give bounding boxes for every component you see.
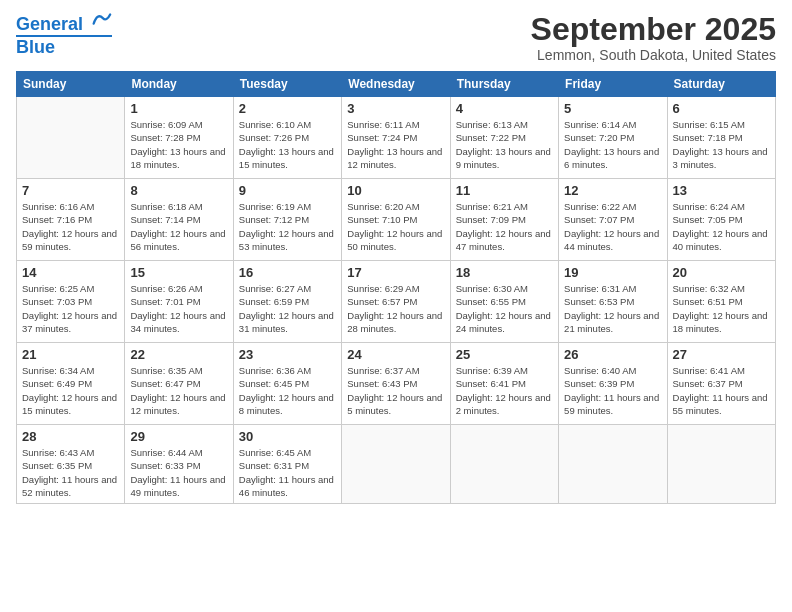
day-cell: 26Sunrise: 6:40 AMSunset: 6:39 PMDayligh… <box>559 343 667 425</box>
day-number: 7 <box>22 183 119 198</box>
day-cell: 22Sunrise: 6:35 AMSunset: 6:47 PMDayligh… <box>125 343 233 425</box>
day-cell: 28Sunrise: 6:43 AMSunset: 6:35 PMDayligh… <box>17 425 125 504</box>
logo-general: General <box>16 14 83 34</box>
day-info: Sunrise: 6:21 AMSunset: 7:09 PMDaylight:… <box>456 200 553 253</box>
day-number: 23 <box>239 347 336 362</box>
header: General Blue September 2025 Lemmon, Sout… <box>16 12 776 63</box>
day-number: 12 <box>564 183 661 198</box>
day-info: Sunrise: 6:15 AMSunset: 7:18 PMDaylight:… <box>673 118 770 171</box>
day-info: Sunrise: 6:29 AMSunset: 6:57 PMDaylight:… <box>347 282 444 335</box>
day-number: 13 <box>673 183 770 198</box>
day-cell: 27Sunrise: 6:41 AMSunset: 6:37 PMDayligh… <box>667 343 775 425</box>
day-number: 18 <box>456 265 553 280</box>
day-info: Sunrise: 6:25 AMSunset: 7:03 PMDaylight:… <box>22 282 119 335</box>
day-number: 8 <box>130 183 227 198</box>
day-cell: 7Sunrise: 6:16 AMSunset: 7:16 PMDaylight… <box>17 179 125 261</box>
calendar-table: SundayMondayTuesdayWednesdayThursdayFrid… <box>16 71 776 504</box>
day-number: 19 <box>564 265 661 280</box>
calendar-body: 1Sunrise: 6:09 AMSunset: 7:28 PMDaylight… <box>17 97 776 504</box>
day-number: 30 <box>239 429 336 444</box>
day-cell: 13Sunrise: 6:24 AMSunset: 7:05 PMDayligh… <box>667 179 775 261</box>
day-cell: 4Sunrise: 6:13 AMSunset: 7:22 PMDaylight… <box>450 97 558 179</box>
day-cell <box>17 97 125 179</box>
day-number: 17 <box>347 265 444 280</box>
location-title: Lemmon, South Dakota, United States <box>531 47 776 63</box>
day-number: 27 <box>673 347 770 362</box>
day-cell <box>342 425 450 504</box>
day-info: Sunrise: 6:09 AMSunset: 7:28 PMDaylight:… <box>130 118 227 171</box>
logo-icon <box>90 8 112 30</box>
day-info: Sunrise: 6:34 AMSunset: 6:49 PMDaylight:… <box>22 364 119 417</box>
day-number: 20 <box>673 265 770 280</box>
day-cell: 15Sunrise: 6:26 AMSunset: 7:01 PMDayligh… <box>125 261 233 343</box>
day-cell: 10Sunrise: 6:20 AMSunset: 7:10 PMDayligh… <box>342 179 450 261</box>
day-cell: 29Sunrise: 6:44 AMSunset: 6:33 PMDayligh… <box>125 425 233 504</box>
day-number: 10 <box>347 183 444 198</box>
logo-text: General <box>16 12 112 35</box>
day-number: 4 <box>456 101 553 116</box>
day-cell: 12Sunrise: 6:22 AMSunset: 7:07 PMDayligh… <box>559 179 667 261</box>
logo: General Blue <box>16 12 112 58</box>
day-info: Sunrise: 6:44 AMSunset: 6:33 PMDaylight:… <box>130 446 227 499</box>
day-cell: 11Sunrise: 6:21 AMSunset: 7:09 PMDayligh… <box>450 179 558 261</box>
day-info: Sunrise: 6:26 AMSunset: 7:01 PMDaylight:… <box>130 282 227 335</box>
page: General Blue September 2025 Lemmon, Sout… <box>0 0 792 612</box>
day-info: Sunrise: 6:14 AMSunset: 7:20 PMDaylight:… <box>564 118 661 171</box>
weekday-header-friday: Friday <box>559 72 667 97</box>
weekday-header-row: SundayMondayTuesdayWednesdayThursdayFrid… <box>17 72 776 97</box>
day-number: 28 <box>22 429 119 444</box>
day-number: 21 <box>22 347 119 362</box>
day-cell: 6Sunrise: 6:15 AMSunset: 7:18 PMDaylight… <box>667 97 775 179</box>
day-info: Sunrise: 6:11 AMSunset: 7:24 PMDaylight:… <box>347 118 444 171</box>
day-number: 6 <box>673 101 770 116</box>
day-info: Sunrise: 6:24 AMSunset: 7:05 PMDaylight:… <box>673 200 770 253</box>
day-number: 1 <box>130 101 227 116</box>
weekday-header-wednesday: Wednesday <box>342 72 450 97</box>
day-cell: 14Sunrise: 6:25 AMSunset: 7:03 PMDayligh… <box>17 261 125 343</box>
day-info: Sunrise: 6:31 AMSunset: 6:53 PMDaylight:… <box>564 282 661 335</box>
day-cell: 20Sunrise: 6:32 AMSunset: 6:51 PMDayligh… <box>667 261 775 343</box>
day-cell: 21Sunrise: 6:34 AMSunset: 6:49 PMDayligh… <box>17 343 125 425</box>
day-cell: 1Sunrise: 6:09 AMSunset: 7:28 PMDaylight… <box>125 97 233 179</box>
weekday-header-sunday: Sunday <box>17 72 125 97</box>
day-number: 15 <box>130 265 227 280</box>
day-info: Sunrise: 6:41 AMSunset: 6:37 PMDaylight:… <box>673 364 770 417</box>
day-info: Sunrise: 6:27 AMSunset: 6:59 PMDaylight:… <box>239 282 336 335</box>
weekday-header-monday: Monday <box>125 72 233 97</box>
weekday-header-saturday: Saturday <box>667 72 775 97</box>
day-number: 29 <box>130 429 227 444</box>
day-cell: 23Sunrise: 6:36 AMSunset: 6:45 PMDayligh… <box>233 343 341 425</box>
day-cell: 9Sunrise: 6:19 AMSunset: 7:12 PMDaylight… <box>233 179 341 261</box>
weekday-header-tuesday: Tuesday <box>233 72 341 97</box>
day-info: Sunrise: 6:19 AMSunset: 7:12 PMDaylight:… <box>239 200 336 253</box>
day-number: 22 <box>130 347 227 362</box>
day-number: 25 <box>456 347 553 362</box>
day-cell: 19Sunrise: 6:31 AMSunset: 6:53 PMDayligh… <box>559 261 667 343</box>
month-title: September 2025 <box>531 12 776 47</box>
day-number: 9 <box>239 183 336 198</box>
day-cell: 2Sunrise: 6:10 AMSunset: 7:26 PMDaylight… <box>233 97 341 179</box>
day-info: Sunrise: 6:36 AMSunset: 6:45 PMDaylight:… <box>239 364 336 417</box>
day-number: 3 <box>347 101 444 116</box>
logo-blue: Blue <box>16 35 112 58</box>
day-cell <box>559 425 667 504</box>
day-cell: 18Sunrise: 6:30 AMSunset: 6:55 PMDayligh… <box>450 261 558 343</box>
day-info: Sunrise: 6:22 AMSunset: 7:07 PMDaylight:… <box>564 200 661 253</box>
day-cell: 5Sunrise: 6:14 AMSunset: 7:20 PMDaylight… <box>559 97 667 179</box>
day-cell: 25Sunrise: 6:39 AMSunset: 6:41 PMDayligh… <box>450 343 558 425</box>
day-number: 2 <box>239 101 336 116</box>
day-info: Sunrise: 6:35 AMSunset: 6:47 PMDaylight:… <box>130 364 227 417</box>
day-number: 16 <box>239 265 336 280</box>
day-info: Sunrise: 6:37 AMSunset: 6:43 PMDaylight:… <box>347 364 444 417</box>
day-number: 14 <box>22 265 119 280</box>
day-cell: 3Sunrise: 6:11 AMSunset: 7:24 PMDaylight… <box>342 97 450 179</box>
day-cell: 16Sunrise: 6:27 AMSunset: 6:59 PMDayligh… <box>233 261 341 343</box>
day-number: 5 <box>564 101 661 116</box>
day-info: Sunrise: 6:13 AMSunset: 7:22 PMDaylight:… <box>456 118 553 171</box>
weekday-header-thursday: Thursday <box>450 72 558 97</box>
day-cell: 30Sunrise: 6:45 AMSunset: 6:31 PMDayligh… <box>233 425 341 504</box>
title-block: September 2025 Lemmon, South Dakota, Uni… <box>531 12 776 63</box>
day-number: 24 <box>347 347 444 362</box>
day-info: Sunrise: 6:39 AMSunset: 6:41 PMDaylight:… <box>456 364 553 417</box>
day-info: Sunrise: 6:20 AMSunset: 7:10 PMDaylight:… <box>347 200 444 253</box>
